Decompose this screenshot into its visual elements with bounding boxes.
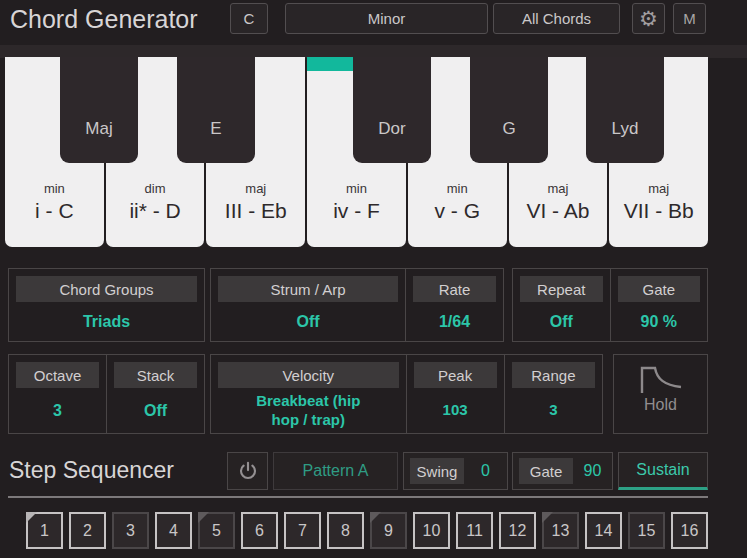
step-3[interactable]: 3: [112, 512, 149, 549]
key-numeral-label: VII - Bb: [624, 199, 694, 223]
octave-label: Octave: [16, 362, 99, 388]
key-quality-label: maj: [245, 181, 266, 196]
peak-value[interactable]: 103: [407, 388, 504, 433]
step-number: 3: [126, 522, 135, 540]
sustain-tab[interactable]: Sustain: [618, 452, 708, 490]
gate-value[interactable]: 90 %: [611, 302, 708, 341]
key-numeral-label: ii* - D: [129, 199, 180, 223]
chord-filter-button[interactable]: All Chords: [493, 3, 620, 34]
key-quality-label: maj: [547, 181, 568, 196]
step-14[interactable]: 14: [585, 512, 622, 549]
page-title: Chord Generator: [10, 5, 198, 34]
step-number: 12: [509, 522, 527, 540]
black-key-dor[interactable]: Dor: [353, 57, 431, 163]
key-quality-label: dim: [145, 181, 166, 196]
sequencer-power-button[interactable]: [227, 452, 268, 490]
peak-label: Peak: [414, 362, 497, 388]
step-number: 7: [298, 522, 307, 540]
velocity-value[interactable]: Breakbeat (hip hop / trap): [249, 392, 367, 430]
hold-label: Hold: [644, 396, 677, 414]
mono-button[interactable]: M: [673, 3, 706, 34]
black-key-maj[interactable]: Maj: [60, 57, 138, 163]
sequencer-gate-label: Gate: [519, 458, 573, 484]
step-1[interactable]: 1: [26, 512, 63, 549]
step-4[interactable]: 4: [155, 512, 192, 549]
settings-button[interactable]: ⚙: [632, 3, 665, 34]
step-5[interactable]: 5: [198, 512, 235, 549]
swing-label: Swing: [410, 458, 464, 484]
beat-marker-corner: [198, 512, 209, 523]
range-value[interactable]: 3: [505, 388, 602, 433]
key-quality-label: min: [346, 181, 367, 196]
keyboard: mini - Cdimii* - DmajIII - Ebminiv - Fmi…: [5, 57, 708, 247]
step-number: 2: [83, 522, 92, 540]
step-grid: 12345678910111213141516: [26, 512, 708, 549]
pattern-select-button[interactable]: Pattern A: [273, 452, 398, 490]
key-numeral-label: III - Eb: [225, 199, 287, 223]
step-number: 4: [169, 522, 178, 540]
chord-groups-value[interactable]: Triads: [9, 302, 204, 341]
key-quality-label: min: [44, 181, 65, 196]
step-8[interactable]: 8: [327, 512, 364, 549]
step-number: 6: [255, 522, 264, 540]
hold-button[interactable]: Hold: [613, 354, 708, 434]
strum-arp-label: Strum / Arp: [218, 276, 398, 302]
sequencer-gate-value[interactable]: 90: [573, 462, 612, 480]
step-12[interactable]: 12: [499, 512, 536, 549]
stack-label: Stack: [114, 362, 197, 388]
gate-label: Gate: [618, 276, 701, 302]
step-16[interactable]: 16: [671, 512, 708, 549]
step-number: 15: [638, 522, 656, 540]
strum-arp-value[interactable]: Off: [211, 302, 405, 341]
step-number: 1: [40, 522, 49, 540]
step-number: 14: [595, 522, 613, 540]
beat-marker-corner: [26, 512, 37, 523]
repeat-gate-panel: Repeat Off Gate 90 %: [512, 268, 708, 342]
step-number: 5: [212, 522, 221, 540]
step-number: 10: [423, 522, 441, 540]
repeat-value[interactable]: Off: [513, 302, 610, 341]
root-note-button[interactable]: C: [230, 3, 268, 34]
octave-stack-panel: Octave 3 Stack Off: [8, 354, 205, 434]
range-label: Range: [512, 362, 595, 388]
swing-control[interactable]: Swing 0: [403, 452, 508, 490]
step-sequencer-title: Step Sequencer: [9, 457, 174, 484]
swing-value[interactable]: 0: [464, 462, 507, 480]
rate-label: Rate: [413, 276, 496, 302]
step-11[interactable]: 11: [456, 512, 493, 549]
key-numeral-label: VI - Ab: [526, 199, 589, 223]
step-number: 11: [466, 522, 483, 540]
stack-value[interactable]: Off: [107, 388, 204, 433]
sequencer-divider: [8, 496, 708, 498]
strum-arp-panel: Strum / Arp Off Rate 1/64: [210, 268, 504, 342]
step-6[interactable]: 6: [241, 512, 278, 549]
black-key-lyd[interactable]: Lyd: [586, 57, 664, 163]
beat-marker-corner: [370, 512, 381, 523]
repeat-label: Repeat: [520, 276, 603, 302]
gear-icon: ⚙: [639, 8, 658, 29]
velocity-label: Velocity: [218, 362, 399, 388]
step-number: 13: [552, 522, 570, 540]
step-13[interactable]: 13: [542, 512, 579, 549]
chord-groups-label: Chord Groups: [16, 276, 197, 302]
sequencer-gate-control[interactable]: Gate 90: [512, 452, 613, 490]
key-numeral-label: i - C: [35, 199, 74, 223]
octave-value[interactable]: 3: [9, 388, 106, 433]
scale-select-button[interactable]: Minor: [285, 3, 488, 34]
key-numeral-label: iv - F: [333, 199, 380, 223]
key-numeral-label: v - G: [434, 199, 480, 223]
chord-groups-panel: Chord Groups Triads: [8, 268, 205, 342]
step-number: 16: [681, 522, 699, 540]
rate-value[interactable]: 1/64: [406, 302, 503, 341]
step-number: 8: [341, 522, 350, 540]
power-icon: [237, 460, 259, 482]
key-quality-label: min: [447, 181, 468, 196]
black-key-g[interactable]: G: [470, 57, 548, 163]
beat-marker-corner: [542, 512, 553, 523]
step-7[interactable]: 7: [284, 512, 321, 549]
step-9[interactable]: 9: [370, 512, 407, 549]
step-10[interactable]: 10: [413, 512, 450, 549]
step-2[interactable]: 2: [69, 512, 106, 549]
black-key-e[interactable]: E: [177, 57, 255, 163]
step-15[interactable]: 15: [628, 512, 665, 549]
